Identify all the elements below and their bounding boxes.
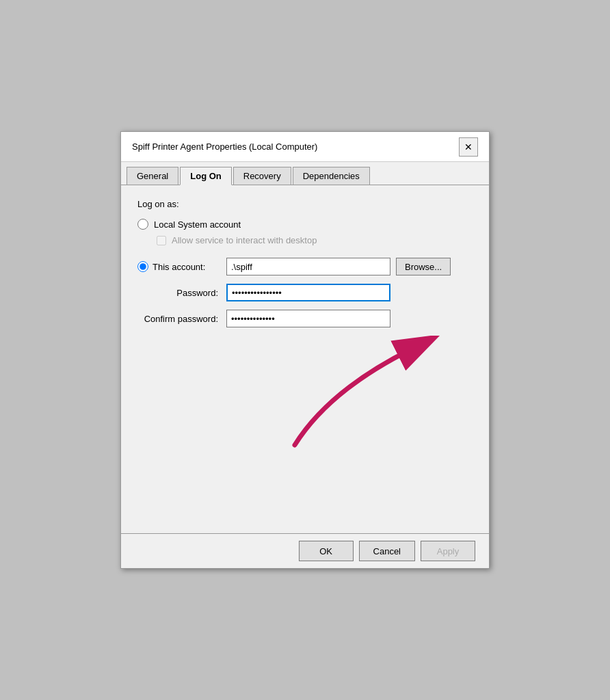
password-row: Password:	[137, 284, 473, 301]
password-label: Password:	[137, 288, 226, 298]
tab-content: Log on as: Local System account Allow se…	[121, 185, 489, 533]
title-bar: Spiff Printer Agent Properties (Local Co…	[121, 132, 489, 162]
tab-logon[interactable]: Log On	[180, 167, 232, 185]
confirm-password-row: Confirm password:	[137, 310, 473, 327]
allow-service-checkbox[interactable]	[157, 236, 166, 245]
local-system-option[interactable]: Local System account	[137, 219, 473, 230]
local-system-radio[interactable]	[137, 219, 148, 230]
annotation-arrow	[274, 336, 445, 459]
allow-service-label: Allow service to interact with desktop	[172, 235, 317, 245]
this-account-radio[interactable]	[137, 261, 148, 272]
tab-recovery[interactable]: Recovery	[233, 167, 291, 185]
account-input[interactable]	[226, 258, 390, 275]
ok-button[interactable]: OK	[299, 541, 354, 561]
tab-dependencies[interactable]: Dependencies	[293, 167, 370, 185]
this-account-row: This account: Browse...	[137, 258, 473, 275]
allow-service-option: Allow service to interact with desktop	[157, 235, 473, 245]
this-account-label: This account:	[152, 262, 205, 272]
close-button[interactable]: ✕	[459, 137, 478, 157]
dialog-window: Spiff Printer Agent Properties (Local Co…	[120, 131, 490, 569]
local-system-label: Local System account	[154, 219, 241, 230]
this-account-radio-section[interactable]: This account:	[137, 261, 226, 272]
annotation-area	[137, 336, 473, 459]
tab-general[interactable]: General	[127, 167, 178, 185]
confirm-password-input[interactable]	[226, 310, 390, 327]
dialog-footer: OK Cancel Apply	[121, 533, 489, 568]
logon-as-label: Log on as:	[137, 199, 473, 209]
apply-button[interactable]: Apply	[421, 541, 475, 561]
confirm-password-label: Confirm password:	[137, 314, 226, 324]
browse-button[interactable]: Browse...	[396, 258, 451, 275]
dialog-title: Spiff Printer Agent Properties (Local Co…	[132, 142, 317, 152]
password-input[interactable]	[226, 284, 390, 301]
tab-bar: General Log On Recovery Dependencies	[121, 162, 489, 185]
cancel-button[interactable]: Cancel	[359, 541, 415, 561]
